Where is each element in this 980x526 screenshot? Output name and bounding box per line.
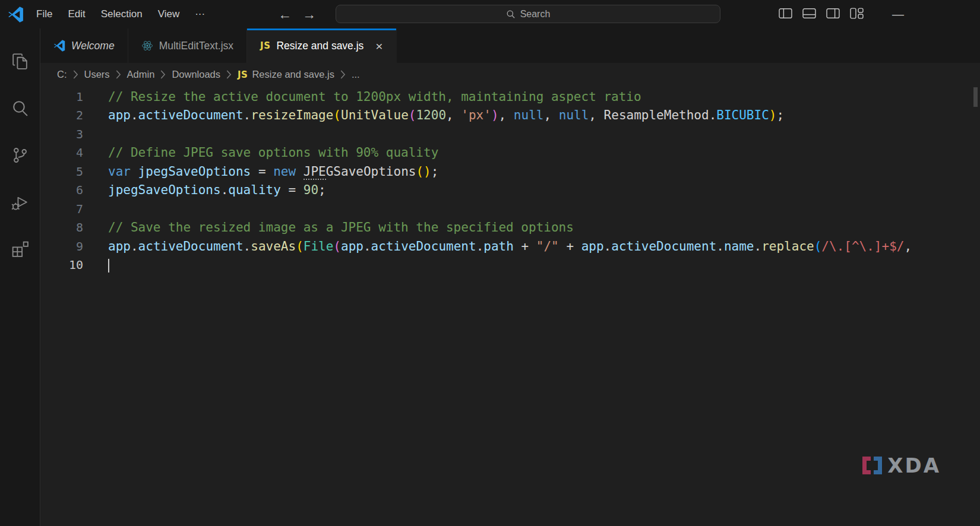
code-token: ) — [423, 164, 431, 179]
breadcrumb-item[interactable]: Downloads — [172, 69, 220, 80]
code-token: app — [108, 108, 131, 122]
code-line[interactable]: 3 — [40, 125, 980, 144]
code-token: "/" — [536, 239, 559, 254]
code-line[interactable]: 2app.activeDocument.resizeImage(UnitValu… — [40, 106, 980, 125]
search-placeholder: Search — [520, 9, 551, 20]
activity-extensions-button[interactable] — [0, 226, 40, 272]
react-icon — [141, 40, 153, 52]
code-token: . — [476, 239, 484, 254]
menu-file[interactable]: File — [29, 0, 60, 28]
code-token: . — [604, 239, 612, 254]
xda-bracket-left-icon — [862, 457, 871, 474]
code-token: null — [559, 108, 589, 122]
code-line[interactable]: 8// Save the resized image as a JPEG wit… — [40, 218, 980, 237]
code-token: // Resize the active document to 1200px … — [108, 90, 641, 104]
activity-explorer-button[interactable] — [0, 38, 40, 85]
tab-bar: WelcomeMultiEditText.jsxJSResize and sav… — [40, 28, 980, 63]
activity-search-button[interactable] — [0, 85, 40, 132]
menu-selection[interactable]: Selection — [93, 0, 150, 28]
activity-source-control-button[interactable] — [0, 132, 40, 179]
breadcrumb-item[interactable]: Admin — [127, 69, 155, 80]
line-number: 1 — [40, 90, 83, 104]
close-icon[interactable]: × — [375, 40, 382, 52]
title-bar: FileEditSelectionView··· ← → Search — — [0, 0, 980, 28]
menu-bar: FileEditSelectionView··· — [29, 0, 213, 28]
minimize-button[interactable]: — — [892, 0, 904, 28]
tab-resize-and-save-js[interactable]: JSResize and save.js× — [247, 28, 397, 63]
code-editor[interactable]: 1// Resize the active document to 1200px… — [40, 85, 980, 526]
panel-bottom-icon — [802, 8, 816, 21]
code-token: 1200 — [416, 108, 446, 122]
code-line[interactable]: 1// Resize the active document to 1200px… — [40, 87, 980, 106]
code-token: app — [108, 239, 131, 254]
code-line[interactable]: 7 — [40, 199, 980, 218]
vertical-scrollbar[interactable] — [973, 87, 978, 107]
toggle-panel-button[interactable] — [802, 8, 816, 21]
code-token: ( — [416, 164, 423, 179]
breadcrumb-item[interactable]: Users — [84, 69, 110, 80]
toggle-primary-sidebar-button[interactable] — [779, 8, 792, 21]
code-line[interactable]: 4// Define JPEG save options with 90% qu… — [40, 144, 980, 163]
tab-label: Resize and save.js — [276, 40, 363, 52]
js-icon: JS — [238, 69, 248, 80]
code-line[interactable]: 6jpegSaveOptions.quality = 90; — [40, 181, 980, 200]
panel-right-icon — [826, 8, 840, 21]
code-token: activeDocument — [138, 108, 244, 122]
code-content: var jpegSaveOptions = new JPEGSaveOption… — [83, 164, 438, 179]
code-token: ; — [318, 183, 326, 197]
breadcrumb-label: Downloads — [172, 69, 220, 80]
toggle-secondary-sidebar-button[interactable] — [826, 8, 840, 21]
breadcrumb-item[interactable]: JSResize and save.js — [238, 69, 334, 80]
code-token: GSaveOptions — [326, 164, 416, 179]
code-token: ; — [776, 108, 784, 122]
menu-more[interactable]: ··· — [187, 0, 213, 28]
line-number: 7 — [40, 202, 83, 216]
tab-welcome[interactable]: Welcome — [40, 28, 128, 63]
chevron-right-icon — [226, 70, 232, 79]
code-token: . — [221, 183, 229, 197]
customize-layout-button[interactable] — [850, 8, 864, 21]
code-content — [83, 258, 109, 272]
code-token: ) — [491, 108, 499, 122]
code-token: . — [131, 108, 138, 122]
code-content: app.activeDocument.saveAs(File(app.activ… — [83, 239, 912, 254]
code-line[interactable]: 5var jpegSaveOptions = new JPEGSaveOptio… — [40, 162, 980, 181]
code-token: ResampleMethod — [604, 108, 709, 122]
code-token: 'px' — [461, 108, 491, 122]
code-content: // Define JPEG save options with 90% qua… — [83, 145, 438, 160]
xda-bracket-right-icon — [874, 457, 882, 474]
back-arrow-button[interactable]: ← — [278, 7, 292, 23]
code-token: . — [709, 108, 717, 122]
breadcrumb-label: Users — [84, 69, 110, 80]
code-token: // Save the resized image as a JPEG with… — [108, 220, 574, 235]
menu-edit[interactable]: Edit — [60, 0, 93, 28]
code-token: path — [483, 239, 514, 254]
code-token: quality — [228, 183, 281, 197]
code-token: . — [244, 108, 251, 122]
breadcrumb-item[interactable]: ... — [352, 69, 360, 80]
tab-multiedittext-jsx[interactable]: MultiEditText.jsx — [128, 28, 247, 63]
history-navigation: ← → — [278, 0, 316, 28]
vscode-window: FileEditSelectionView··· ← → Search — We… — [0, 0, 980, 526]
code-token — [131, 164, 138, 179]
chevron-right-icon — [73, 70, 78, 79]
code-token: /\.[^\.]+$/ — [821, 239, 904, 254]
code-token: saveAs — [251, 239, 296, 254]
code-token: resizeImage — [251, 108, 333, 122]
search-input[interactable]: Search — [336, 5, 720, 23]
code-line[interactable]: 9app.activeDocument.saveAs(File(app.acti… — [40, 237, 980, 256]
chevron-right-icon — [340, 70, 346, 79]
code-token: File — [304, 239, 334, 254]
code-line[interactable]: 10 — [40, 256, 980, 275]
breadcrumb-item[interactable]: C: — [57, 69, 67, 80]
code-token: + — [559, 239, 581, 254]
breadcrumb: C:UsersAdminDownloadsJSResize and save.j… — [40, 63, 980, 85]
activity-run-and-debug-button[interactable] — [0, 179, 40, 226]
code-token: . — [363, 239, 371, 254]
menu-view[interactable]: View — [150, 0, 188, 28]
panel-left-icon — [779, 8, 792, 21]
forward-arrow-button[interactable]: → — [302, 7, 316, 23]
text-cursor — [108, 259, 109, 272]
code-token: ( — [333, 108, 341, 122]
code-token: , — [446, 108, 461, 122]
